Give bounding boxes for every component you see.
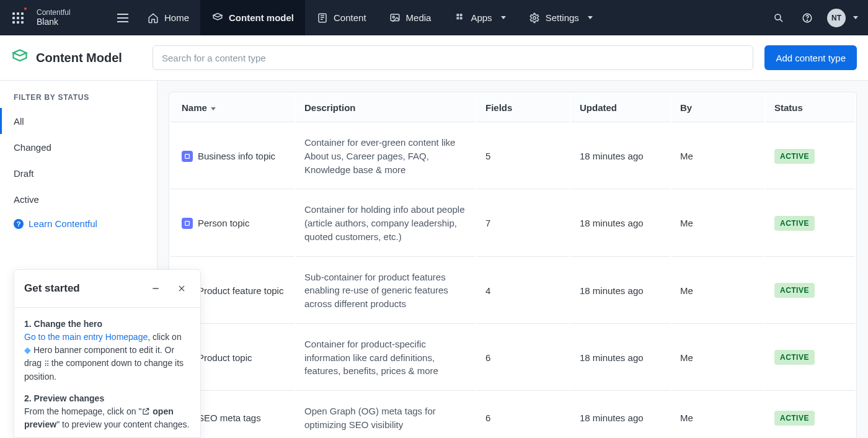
question-icon: ? <box>14 219 24 229</box>
content-model-icon <box>211 12 224 24</box>
status-badge: ACTIVE <box>774 216 815 231</box>
panel-title: Get started <box>24 282 80 295</box>
homepage-link[interactable]: Go to the main entry Homepage <box>24 332 148 342</box>
step1-text: Go to the main entry Homepage, click on … <box>24 331 190 383</box>
row-by: Me <box>671 392 764 438</box>
filter-label: Active <box>14 194 39 205</box>
primary-nav: Home Content model Content Media Apps Se… <box>136 0 604 35</box>
row-fields: 5 <box>477 123 570 189</box>
nav-home[interactable]: Home <box>136 0 200 35</box>
topbar-actions: NT <box>770 9 868 27</box>
row-name-label: SEO meta tags <box>198 413 261 423</box>
help-button[interactable] <box>799 9 816 27</box>
gear-icon <box>528 12 541 24</box>
status-badge: ACTIVE <box>774 350 815 365</box>
nav-content-label: Content <box>334 12 366 23</box>
space-name: Blank <box>37 17 105 27</box>
filter-label: Draft <box>14 168 34 179</box>
svg-point-7 <box>775 14 781 20</box>
filter-all[interactable]: All <box>0 108 157 134</box>
chevron-down-icon <box>501 16 506 19</box>
col-fields[interactable]: Fields <box>477 94 570 122</box>
learn-contentful-link[interactable]: ? Learn Contentful <box>0 212 157 235</box>
nav-settings-label: Settings <box>546 12 579 23</box>
row-updated: 18 minutes ago <box>571 325 670 391</box>
row-fields: 6 <box>477 392 570 438</box>
content-type-icon <box>182 218 193 229</box>
row-updated: 18 minutes ago <box>571 190 670 256</box>
filter-changed[interactable]: Changed <box>0 134 157 160</box>
main-area: Name Description Fields Updated By Statu… <box>157 81 868 438</box>
avatar: NT <box>827 9 846 27</box>
gem-icon: ◆ <box>24 345 31 355</box>
add-content-type-button[interactable]: Add content type <box>764 45 857 70</box>
table-row[interactable]: Person topic Container for holding info … <box>170 190 855 256</box>
svg-rect-12 <box>185 221 190 226</box>
row-name-label: Product feature topic <box>198 285 283 296</box>
status-badge: ACTIVE <box>774 411 815 426</box>
row-by: Me <box>671 258 764 324</box>
row-name-label: Person topic <box>198 218 249 228</box>
nav-content[interactable]: Content <box>305 0 378 35</box>
table-row[interactable]: Business info topic Container for ever-g… <box>170 123 855 189</box>
col-description[interactable]: Description <box>296 94 476 122</box>
nav-settings[interactable]: Settings <box>517 0 604 35</box>
content-type-icon <box>182 151 193 162</box>
table-row[interactable]: Product topic Container for product-spec… <box>170 325 855 391</box>
content-icon <box>316 12 329 24</box>
col-name[interactable]: Name <box>170 94 294 122</box>
row-fields: 6 <box>477 325 570 391</box>
learn-label: Learn Contentful <box>29 218 97 229</box>
topbar: Contentful Blank Home Content model Cont… <box>0 0 868 35</box>
media-icon <box>389 12 401 24</box>
svg-point-5 <box>392 16 394 18</box>
row-description: Container for ever-green content like Ab… <box>304 136 467 176</box>
table-row[interactable]: SEO meta tags Open Graph (OG) meta tags … <box>170 392 855 438</box>
nav-home-label: Home <box>164 12 189 23</box>
search-button[interactable] <box>770 9 787 27</box>
grid-icon <box>12 12 24 24</box>
col-status[interactable]: Status <box>766 94 855 122</box>
app-switcher[interactable] <box>0 0 35 35</box>
filter-draft[interactable]: Draft <box>0 160 157 186</box>
svg-point-6 <box>533 16 536 19</box>
chevron-down-icon <box>588 16 593 19</box>
row-description: Container for holding info about people … <box>304 203 467 243</box>
status-badge: ACTIVE <box>774 149 815 164</box>
chevron-down-icon <box>853 16 858 19</box>
page-title: Content Model <box>36 51 122 65</box>
space-brand[interactable]: Contentful Blank <box>35 9 110 27</box>
step2-text: From the homepage, click on " open previ… <box>24 405 190 431</box>
home-icon <box>147 12 159 24</box>
drag-handle-icon <box>44 357 49 370</box>
nav-apps-label: Apps <box>471 12 492 23</box>
close-button[interactable] <box>173 280 190 297</box>
row-by: Me <box>671 123 764 189</box>
row-description: Container for product-specific informati… <box>304 337 467 378</box>
col-by[interactable]: By <box>671 94 764 122</box>
row-name-label: Product topic <box>198 352 252 363</box>
row-updated: 18 minutes ago <box>571 392 670 438</box>
nav-media-label: Media <box>406 12 432 23</box>
apps-icon <box>453 12 466 24</box>
svg-rect-11 <box>185 154 190 158</box>
env-switch[interactable] <box>110 0 136 35</box>
row-description: Open Graph (OG) meta tags for optimizing… <box>304 404 467 432</box>
row-by: Me <box>671 325 764 391</box>
nav-media[interactable]: Media <box>378 0 443 35</box>
row-updated: 18 minutes ago <box>571 123 670 189</box>
col-updated[interactable]: Updated <box>571 94 670 122</box>
row-fields: 7 <box>477 190 570 256</box>
search-input[interactable] <box>153 45 753 70</box>
open-external-icon <box>141 406 150 415</box>
minimize-button[interactable] <box>147 280 164 297</box>
nav-content-model[interactable]: Content model <box>200 0 305 35</box>
nav-apps[interactable]: Apps <box>442 0 516 35</box>
user-menu[interactable]: NT <box>827 9 858 27</box>
filter-label: Changed <box>14 142 51 153</box>
filter-label: All <box>14 116 24 127</box>
brand-title: Contentful <box>37 9 105 17</box>
filter-active[interactable]: Active <box>0 186 157 212</box>
filter-heading: Filter by status <box>0 93 157 108</box>
table-row[interactable]: Product feature topic Sub-container for … <box>170 258 855 324</box>
